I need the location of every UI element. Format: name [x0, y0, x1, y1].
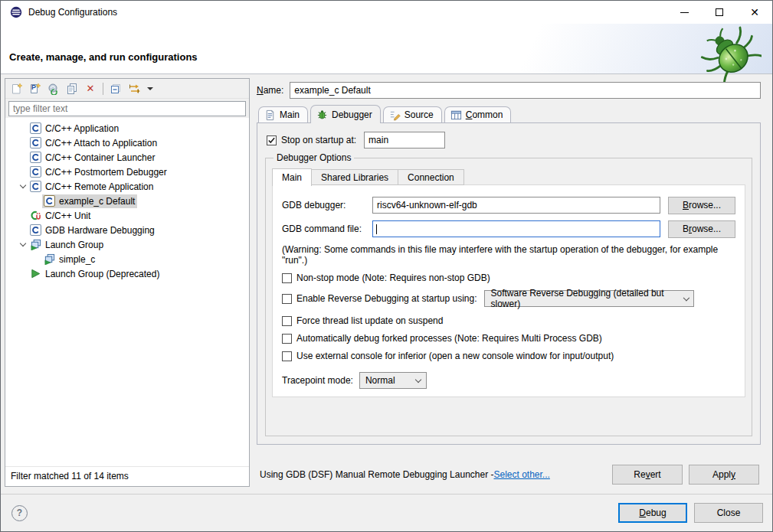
minimize-button[interactable]: [667, 1, 702, 24]
tree-item-cpp-remote[interactable]: C/C++ Remote Application: [5, 179, 249, 194]
reverse-debugging-select[interactable]: Software Reverse Debugging (detailed but…: [484, 290, 694, 307]
tree-item-label: Launch Group (Deprecated): [45, 269, 159, 279]
tree-item-cpp-attach[interactable]: C/C++ Attach to Application: [5, 135, 249, 150]
tracepoint-mode-select[interactable]: Normal: [359, 372, 427, 389]
gdb-command-file-browse-button[interactable]: Browse...: [668, 220, 735, 238]
group-title: Debugger Options: [273, 152, 354, 163]
source-icon: [389, 109, 401, 121]
tree-item-cpp-postmortem[interactable]: C/C++ Postmortem Debugger: [5, 165, 249, 179]
stop-on-startup-input[interactable]: [364, 132, 445, 149]
table-icon: [450, 109, 462, 121]
tracepoint-mode-label: Tracepoint mode:: [282, 375, 353, 386]
tab-source[interactable]: Source: [383, 106, 442, 122]
name-row: Name:: [257, 81, 761, 100]
collapse-all-button[interactable]: [107, 80, 124, 97]
gdb-command-file-row: GDB command file: Browse...: [282, 220, 735, 238]
gdb-debugger-browse-button[interactable]: Browse...: [668, 197, 735, 214]
dialog-footer: ? Debug Close: [1, 494, 772, 531]
debug-forked-checkbox[interactable]: [282, 334, 292, 344]
debug-button[interactable]: Debug: [618, 503, 687, 523]
bug-icon: [316, 109, 328, 120]
help-button[interactable]: ?: [11, 505, 28, 521]
eclipse-logo-icon: [10, 6, 22, 18]
prototype-letter-glyph: P: [31, 83, 36, 91]
chevron-down-icon: [415, 376, 421, 382]
tree-item-launch-group[interactable]: Launch Group: [5, 237, 249, 252]
toolbar-overflow-button[interactable]: [144, 80, 155, 97]
gdb-command-file-label: GDB command file:: [282, 224, 372, 234]
tree-item-cpp-unit[interactable]: C/C++ Unit: [5, 208, 249, 223]
tree-item-label: C/C++ Application: [45, 123, 119, 134]
chevron-down-icon[interactable]: [20, 240, 26, 246]
external-console-checkbox[interactable]: [282, 351, 292, 361]
close-dialog-button[interactable]: Close: [694, 503, 763, 523]
nonstop-mode-checkbox[interactable]: [282, 273, 292, 283]
tree-item-label: example_c Default: [59, 196, 135, 207]
c-config-icon: [29, 122, 41, 135]
editor-tabs: Main Debugger Source Common: [257, 104, 761, 122]
reverse-debugging-checkbox[interactable]: [282, 294, 292, 304]
duplicate-button[interactable]: [64, 80, 80, 97]
export-configurations-button[interactable]: [45, 80, 62, 97]
name-input[interactable]: [290, 82, 761, 99]
new-configuration-button[interactable]: [8, 80, 25, 97]
filter-row: [5, 99, 249, 118]
stop-on-startup-checkbox[interactable]: [267, 135, 277, 145]
c-config-icon: [29, 152, 41, 164]
tab-label: Debugger: [332, 109, 372, 120]
revert-button[interactable]: Revert: [612, 465, 683, 485]
tree-item-cpp-application[interactable]: C/C++ Application: [5, 121, 249, 135]
document-icon: [264, 109, 276, 121]
external-console-label: Use external console for inferior (open …: [296, 351, 614, 361]
subtab-shared-libraries[interactable]: Shared Libraries: [312, 169, 398, 185]
tree-item-example-c-default[interactable]: example_c Default: [5, 194, 249, 208]
tracepoint-mode-value: Normal: [365, 375, 395, 386]
tree-item-gdb-hardware[interactable]: GDB Hardware Debugging: [5, 223, 249, 237]
export-icon: [47, 83, 60, 95]
panel-sash[interactable]: [251, 75, 256, 494]
gdb-command-file-input[interactable]: [372, 220, 660, 237]
c-config-icon: [29, 166, 41, 178]
nonstop-mode-label: Non-stop mode (Note: Requires non-stop G…: [296, 273, 490, 283]
chevron-down-icon: [683, 294, 689, 300]
debug-forked-label: Automatically debug forked processes (No…: [296, 333, 602, 344]
tree-item-launch-group-deprecated[interactable]: Launch Group (Deprecated): [5, 266, 249, 281]
apply-button[interactable]: Apply: [689, 465, 759, 485]
tab-common[interactable]: Common: [444, 106, 512, 122]
stop-on-startup-label: Stop on startup at:: [281, 135, 356, 145]
tab-debugger[interactable]: Debugger: [310, 105, 381, 123]
delete-button[interactable]: ✕: [82, 80, 99, 97]
tab-main[interactable]: Main: [258, 106, 308, 122]
select-other-link[interactable]: Select other...: [493, 469, 549, 480]
debugger-tab-content: Stop on startup at: Debugger Options Mai…: [257, 122, 761, 445]
tree-item-simple-c[interactable]: simple_c: [5, 252, 249, 266]
force-thread-list-checkbox[interactable]: [282, 316, 292, 326]
tree-item-label: simple_c: [59, 254, 95, 265]
subtab-main[interactable]: Main: [272, 168, 312, 186]
gdb-debugger-label: GDB debugger:: [282, 200, 372, 211]
new-document-icon: [11, 83, 23, 95]
tree-item-cpp-container[interactable]: C/C++ Container Launcher: [5, 150, 249, 165]
launch-group-icon: [29, 239, 41, 251]
chevron-down-icon[interactable]: [20, 182, 26, 188]
debugger-options-tabs: Main Shared Libraries Connection: [272, 168, 745, 185]
subtab-connection[interactable]: Connection: [398, 169, 464, 185]
filter-input[interactable]: [8, 101, 246, 116]
delete-icon: ✕: [87, 83, 95, 94]
tracepoint-mode-row: Tracepoint mode: Normal: [282, 372, 735, 389]
configurations-sidebar: P ✕: [5, 78, 250, 487]
close-button[interactable]: ✕: [737, 1, 772, 24]
nonstop-mode-row: Non-stop mode (Note: Requires non-stop G…: [282, 273, 735, 283]
c-config-icon: [29, 224, 41, 237]
c-config-icon: [29, 137, 41, 149]
help-icon: ?: [17, 508, 22, 518]
maximize-button[interactable]: [702, 1, 737, 24]
gdb-debugger-input[interactable]: [372, 197, 660, 214]
tree-item-label: C/C++ Postmortem Debugger: [45, 167, 167, 178]
external-console-row: Use external console for inferior (open …: [282, 351, 735, 361]
reverse-debugging-label: Enable Reverse Debugging at startup usin…: [296, 293, 477, 304]
tree-item-label: GDB Hardware Debugging: [45, 225, 155, 236]
new-prototype-button[interactable]: P: [27, 80, 44, 97]
filter-configurations-button[interactable]: [126, 80, 142, 97]
reverse-debugging-row: Enable Reverse Debugging at startup usin…: [282, 290, 735, 307]
